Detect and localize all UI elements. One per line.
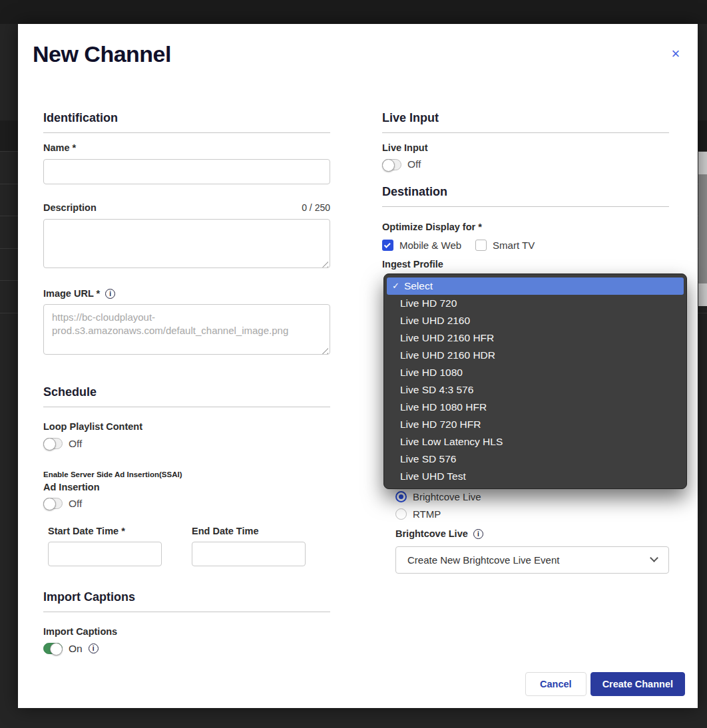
identification-heading: Identification [43,111,330,133]
import-captions-toggle[interactable] [43,643,63,654]
new-channel-modal: New Channel × Identification Name * Desc… [18,24,698,708]
modal-body: Identification Name * Description 0 / 25… [18,85,698,708]
dropdown-option[interactable]: Live HD 1080 HFR [387,399,684,416]
ad-insertion-state: Off [69,498,82,510]
live-input-toggle[interactable] [382,159,401,170]
ingest-profile-label: Ingest Profile [382,259,669,270]
dropdown-option[interactable]: Live HD 720 HFR [387,416,684,433]
modal-header: New Channel × [18,24,698,85]
image-url-label: Image URL * [43,288,100,299]
checkbox-smart-tv[interactable]: Smart TV [475,240,535,251]
left-column: Identification Name * Description 0 / 25… [43,85,330,655]
loop-playlist-toggle[interactable] [43,438,63,449]
destination-heading: Destination [382,185,669,207]
brightcove-live-event-select[interactable]: Create New Brightcove Live Event [395,546,669,574]
loop-playlist-label: Loop Playlist Content [43,421,330,433]
ad-insertion-toggle[interactable] [43,498,63,509]
background-top-bar [0,0,707,24]
app-background: New Channel × Identification Name * Desc… [0,0,707,728]
create-channel-button[interactable]: Create Channel [590,672,685,696]
modal-footer: Cancel Create Channel [525,672,685,696]
dropdown-option[interactable]: Live HD 720 [387,295,684,312]
end-date-label: End Date Time [192,526,306,537]
dropdown-option-selected[interactable]: ✓ Select [387,277,684,295]
info-icon[interactable]: i [105,289,115,299]
loop-playlist-state: Off [69,438,82,450]
checkbox-unchecked-icon [475,240,487,251]
chevron-down-icon [650,554,658,562]
checkbox-mobile-web[interactable]: Mobile & Web [382,240,461,251]
ad-insertion-label: Ad Insertion [43,482,330,493]
destination-type-group: Brightcove Live RTMP Brightcove Live i C… [395,491,669,573]
check-icon: ✓ [392,277,399,295]
dropdown-option[interactable]: Live SD 4:3 576 [387,381,684,399]
name-input[interactable] [43,159,330,184]
radio-rtmp[interactable]: RTMP [395,508,669,520]
checkbox-checked-icon [382,240,393,251]
name-label: Name * [43,142,330,154]
optimize-display-label: Optimize Display for * [382,222,669,233]
dropdown-option[interactable]: Live UHD 2160 HDR [387,347,684,364]
live-input-label: Live Input [382,142,669,154]
start-date-label: Start Date Time * [48,526,162,537]
dropdown-option[interactable]: Live UHD 2160 HFR [387,329,684,347]
image-url-textarea[interactable] [43,304,330,355]
dropdown-option[interactable]: Live SD 576 [387,451,684,468]
radio-selected-icon [395,491,407,502]
brightcove-live-label: Brightcove Live [395,528,468,540]
import-captions-label: Import Captions [43,626,330,637]
schedule-heading: Schedule [43,385,330,407]
info-icon[interactable]: i [89,643,99,653]
description-counter: 0 / 250 [302,202,330,213]
import-captions-state: On [69,643,83,655]
dropdown-option[interactable]: Live UHD 2160 [387,312,684,329]
start-date-input[interactable] [48,542,162,566]
close-icon: × [672,45,680,62]
description-textarea[interactable] [43,219,330,268]
live-input-state: Off [407,158,421,170]
ssai-note: Enable Server Side Ad Insertion(SSAI) [43,470,330,478]
dropdown-option[interactable]: Live Low Latency HLS [387,433,684,451]
radio-brightcove-live[interactable]: Brightcove Live [395,491,669,502]
import-captions-heading: Import Captions [43,590,330,612]
live-input-heading: Live Input [382,111,669,133]
radio-unselected-icon [395,508,407,520]
dropdown-option[interactable]: Live HD 1080 [387,364,684,381]
background-scrollbar-thumb[interactable] [698,174,707,283]
description-label: Description [43,202,97,214]
page-title: New Channel [18,24,698,67]
cancel-button[interactable]: Cancel [525,672,587,696]
end-date-input[interactable] [192,542,306,566]
dropdown-option[interactable]: Live UHD Test [387,468,684,485]
close-button[interactable]: × [666,44,686,64]
ingest-profile-dropdown: ✓ Select Live HD 720 Live UHD 2160 Live … [383,273,687,489]
info-icon[interactable]: i [473,529,483,539]
